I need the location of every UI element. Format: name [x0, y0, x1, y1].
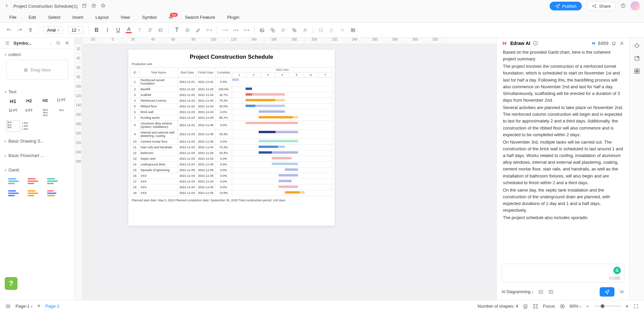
- help-button[interactable]: ?: [5, 277, 17, 290]
- arrow-end-icon[interactable]: ▾: [243, 27, 249, 33]
- table-icon[interactable]: [350, 27, 356, 33]
- menu-file[interactable]: File: [9, 15, 16, 20]
- export-icon[interactable]: [91, 3, 96, 9]
- pages-icon[interactable]: [5, 304, 11, 309]
- effects-icon[interactable]: [302, 27, 308, 33]
- fill-icon[interactable]: [184, 27, 190, 33]
- lineheight-icon[interactable]: [158, 27, 164, 33]
- fullscreen-icon[interactable]: [633, 304, 639, 309]
- menu-view[interactable]: View: [121, 15, 130, 20]
- close-icon[interactable]: [619, 41, 625, 46]
- expand-icon[interactable]: [619, 289, 625, 295]
- grammarly-icon[interactable]: G: [613, 267, 621, 274]
- line-style-icon[interactable]: ▾: [222, 27, 228, 33]
- gantt-swatch-3[interactable]: [47, 176, 60, 186]
- menu-insert[interactable]: Insert: [73, 15, 84, 20]
- send-button[interactable]: [600, 287, 614, 297]
- arrow-start-icon[interactable]: ▾: [232, 27, 239, 33]
- focus-label[interactable]: Focus: [543, 304, 555, 309]
- info-icon[interactable]: [533, 41, 538, 46]
- help-icon[interactable]: [620, 3, 626, 9]
- gantt-swatch-4[interactable]: [8, 189, 22, 198]
- format-painter-icon[interactable]: [28, 27, 34, 33]
- menu-search[interactable]: Search Feature: [185, 15, 215, 20]
- text-tool-icon[interactable]: T: [174, 27, 180, 33]
- group-icon[interactable]: [270, 27, 276, 33]
- rail-diamond-icon[interactable]: [634, 42, 640, 49]
- section-basic-drawing[interactable]: ▸Basic Drawing S...: [5, 139, 70, 144]
- tools-icon[interactable]: [339, 27, 345, 33]
- font-select[interactable]: Arial▾: [43, 26, 63, 34]
- eyedropper-icon[interactable]: [318, 27, 324, 33]
- text-tiny[interactable]: Text: [54, 107, 68, 118]
- zoom-slider[interactable]: [594, 306, 621, 307]
- publish-button[interactable]: Publish: [550, 2, 582, 10]
- italic-icon[interactable]: I: [104, 27, 110, 33]
- menu-layout[interactable]: Layout: [95, 15, 109, 20]
- fit-icon[interactable]: [533, 304, 538, 309]
- share-button[interactable]: Share: [587, 1, 616, 11]
- redo-icon[interactable]: [17, 27, 23, 33]
- section-basic-flowchart[interactable]: ▸Basic Flowchart ...: [5, 153, 70, 158]
- pen-icon[interactable]: [195, 27, 201, 33]
- menu-plugin[interactable]: Plugin: [227, 15, 239, 20]
- gantt-swatch-6[interactable]: [47, 189, 60, 198]
- lock-icon[interactable]: [329, 27, 335, 33]
- text-bullets[interactable]: • Text• Text• Text: [22, 120, 36, 132]
- text-h1[interactable]: H1: [6, 97, 20, 105]
- text-block[interactable]: TextTextText: [6, 120, 20, 132]
- section-collect[interactable]: ▾collect: [5, 52, 70, 57]
- ai-input[interactable]: G 1/1000: [502, 264, 625, 282]
- cart-icon[interactable]: [611, 41, 616, 46]
- ai-diagramming-dropdown[interactable]: AI Diagramming▴: [502, 290, 533, 294]
- page-document[interactable]: Project Construction Schedule Production…: [128, 50, 335, 226]
- text-10pt[interactable]: 10 PT: [6, 107, 20, 118]
- menu-select[interactable]: Select: [48, 15, 60, 20]
- text-transform-icon[interactable]: T: [136, 27, 142, 33]
- drag-zone[interactable]: ⊕Drag Here: [6, 60, 68, 80]
- ai-action1-icon[interactable]: [538, 289, 544, 295]
- zoom-in-icon[interactable]: +: [626, 303, 629, 309]
- menu-ai[interactable]: AIhot: [169, 15, 173, 20]
- section-gantt[interactable]: ▾Gantt: [5, 167, 70, 172]
- gantt-swatch-1[interactable]: [8, 176, 22, 186]
- page-dropdown[interactable]: Page-1 ▾: [15, 304, 33, 309]
- underline-icon[interactable]: U: [115, 27, 121, 33]
- chevron-down-icon[interactable]: ⌄: [49, 41, 52, 45]
- image-icon[interactable]: [259, 27, 265, 33]
- fontsize-select[interactable]: 12▾: [68, 26, 84, 34]
- canvas[interactable]: -200204060801001201401601802002202402602…: [75, 38, 497, 300]
- connector-icon[interactable]: ▾: [206, 27, 212, 33]
- ai-action2-icon[interactable]: [548, 289, 554, 295]
- star-icon[interactable]: [100, 3, 106, 9]
- gantt-swatch-5[interactable]: [28, 189, 41, 198]
- rail-export-icon[interactable]: [634, 55, 640, 62]
- fontcolor-icon[interactable]: A: [126, 27, 132, 33]
- search-icon[interactable]: [55, 40, 61, 46]
- text-multi[interactable]: TextTextText: [38, 107, 52, 118]
- save-icon[interactable]: [82, 3, 87, 9]
- text-9pt[interactable]: 9 PT: [22, 107, 36, 118]
- align-icon[interactable]: [147, 27, 153, 33]
- combine-icon[interactable]: [291, 27, 297, 33]
- text-h2[interactable]: H2: [22, 97, 36, 105]
- back-icon[interactable]: [4, 3, 9, 9]
- undo-icon[interactable]: [6, 27, 12, 33]
- text-12pt[interactable]: 12 PT: [54, 97, 68, 105]
- menu-edit[interactable]: Edit: [29, 15, 36, 20]
- present-icon[interactable]: [560, 304, 565, 309]
- bold-icon[interactable]: B: [93, 27, 99, 33]
- gantt-swatch-2[interactable]: [28, 176, 41, 186]
- page-tab[interactable]: Page-1: [45, 304, 59, 309]
- align-obj-icon[interactable]: [281, 27, 287, 33]
- add-page-icon[interactable]: +: [37, 303, 41, 310]
- zoom-out-icon[interactable]: −: [586, 303, 589, 309]
- text-h3[interactable]: H3: [38, 97, 52, 105]
- section-text[interactable]: ▾Text: [5, 89, 70, 94]
- layers-icon[interactable]: [523, 304, 528, 309]
- collapse-icon[interactable]: [64, 40, 70, 46]
- avatar[interactable]: [631, 1, 640, 11]
- zoom-label[interactable]: 60% ▾: [570, 304, 582, 309]
- menu-symbol[interactable]: Symbol: [142, 15, 157, 20]
- rail-grid-icon[interactable]: [634, 68, 640, 74]
